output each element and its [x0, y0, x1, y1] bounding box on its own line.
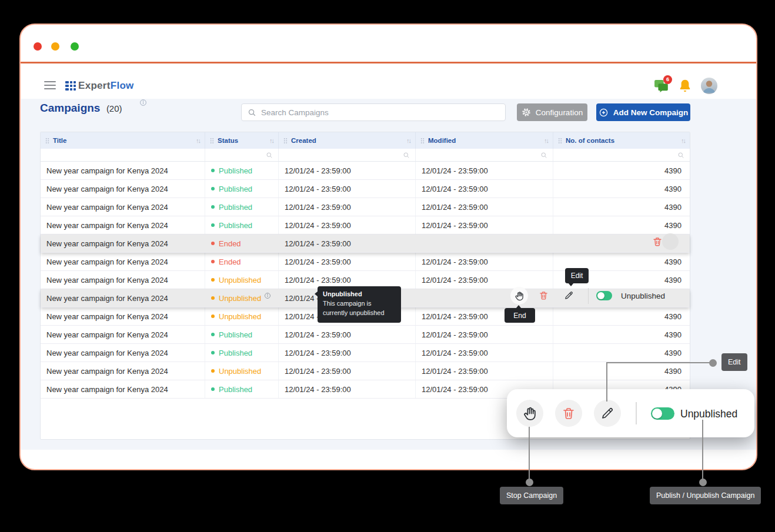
cell-modified: 12/01/24 - 23:59:00 — [415, 162, 553, 179]
hand-icon — [515, 291, 525, 301]
edit-connector-dot — [709, 359, 717, 367]
column-header-created[interactable]: Created ↑↓ — [278, 132, 415, 149]
delete-campaign-icon-button[interactable] — [555, 400, 582, 427]
cell-status: Ended — [205, 235, 278, 252]
cell-contacts: 4390 — [553, 216, 690, 234]
campaign-count: (20) — [106, 103, 122, 113]
table-row[interactable]: New year campaign for Kenya 2024 Ended 1… — [41, 253, 690, 271]
cell-modified: 12/01/24 - 23:59:00 — [415, 198, 553, 216]
avatar[interactable] — [701, 78, 717, 94]
table-row[interactable]: New year campaign for Kenya 2024 Publish… — [41, 216, 690, 235]
filter-created[interactable] — [278, 149, 415, 161]
messages-icon[interactable]: 6 — [653, 78, 669, 94]
column-header-contacts[interactable]: No. of contacts ↑↓ — [553, 132, 690, 149]
cell-title: New year campaign for Kenya 2024 — [41, 289, 205, 307]
table-row[interactable]: New year campaign for Kenya 2024 Ended 1… — [41, 235, 690, 253]
logo-grid-icon — [65, 81, 76, 91]
search-icon — [266, 152, 273, 159]
table-body: New year campaign for Kenya 2024 Publish… — [41, 162, 690, 399]
sort-icon[interactable]: ↑↓ — [681, 137, 685, 144]
table-row[interactable]: New year campaign for Kenya 2024 Unpubli… — [41, 362, 690, 380]
table-row[interactable]: New year campaign for Kenya 2024 Publish… — [41, 344, 690, 362]
filter-contacts[interactable] — [553, 149, 690, 161]
publish-connector-dot — [699, 479, 707, 486]
cell-contacts: 4390 — [553, 326, 690, 343]
filter-title[interactable] — [41, 149, 205, 161]
close-window-button[interactable] — [34, 42, 42, 51]
publish-toggle[interactable] — [651, 407, 674, 420]
status-label: Published — [219, 349, 252, 357]
sort-icon[interactable]: ↑↓ — [196, 137, 200, 144]
drag-handle-icon[interactable] — [558, 138, 562, 144]
maximize-window-button[interactable] — [71, 42, 79, 51]
search-icon — [403, 152, 410, 159]
edit-campaign-icon-button[interactable] — [594, 400, 621, 427]
minimize-window-button[interactable] — [51, 42, 59, 51]
cell-status: Unpublished — [205, 307, 278, 325]
cell-created: 12/01/24 - 23:59:00 — [278, 162, 415, 179]
publish-toggle[interactable] — [596, 291, 612, 300]
status-label: Published — [219, 203, 252, 212]
stop-campaign-icon-button[interactable] — [516, 400, 543, 427]
edit-pencil-icon[interactable] — [564, 290, 574, 300]
cell-contacts: 4390 — [553, 198, 690, 216]
status-dot — [211, 260, 215, 263]
status-dot — [211, 387, 215, 391]
menu-icon[interactable] — [44, 81, 56, 90]
table-row[interactable]: New year campaign for Kenya 2024 Publish… — [41, 162, 690, 180]
hover-highlight-circle[interactable] — [662, 233, 679, 250]
configuration-button[interactable]: Configuration — [517, 103, 587, 121]
drag-handle-icon[interactable] — [283, 138, 288, 144]
drag-handle-icon[interactable] — [210, 138, 214, 144]
column-header-modified[interactable]: Modified ↑↓ — [415, 132, 553, 149]
sort-icon[interactable]: ↑↓ — [269, 137, 273, 144]
cell-status: Published — [205, 380, 278, 398]
filter-status[interactable] — [205, 149, 278, 161]
sort-icon[interactable]: ↑↓ — [544, 137, 548, 144]
cell-created: 12/01/24 - 23:59:00 — [278, 235, 415, 252]
table-row[interactable]: New year campaign for Kenya 2024 Publish… — [41, 180, 690, 198]
status-dot — [211, 314, 215, 318]
cell-status: Published — [205, 216, 278, 234]
page-title-row: Campaigns (20) — [40, 102, 122, 115]
end-tooltip: End — [505, 308, 535, 323]
bell-icon[interactable] — [677, 78, 693, 93]
gear-icon — [522, 108, 531, 117]
table-row[interactable]: New year campaign for Kenya 2024 Publish… — [41, 198, 690, 216]
tooltip-arrow — [516, 305, 522, 309]
table-row[interactable]: New year campaign for Kenya 2024 Publish… — [41, 326, 690, 344]
cell-title: New year campaign for Kenya 2024 — [41, 344, 205, 362]
expertflow-logo: ExpertFlow — [65, 80, 134, 92]
column-label: Status — [218, 137, 238, 144]
stop-campaign-icon-button[interactable] — [510, 287, 528, 305]
column-header-title[interactable]: Title ↑↓ — [41, 132, 205, 149]
delete-icon — [562, 406, 576, 420]
cell-title: New year campaign for Kenya 2024 — [41, 362, 205, 380]
drag-handle-icon[interactable] — [420, 138, 425, 144]
cell-created: 12/01/24 - 23:59:00 — [278, 344, 415, 362]
status-info-icon[interactable] — [264, 292, 271, 299]
cell-status: Published — [205, 162, 278, 179]
titlebar-divider — [21, 62, 756, 63]
cell-modified: 12/01/24 - 23:59:00 — [415, 362, 553, 380]
cell-modified: 12/01/24 - 23:59:00 — [415, 326, 553, 343]
toggle-state-label: Unpublished — [680, 408, 737, 420]
status-dot — [211, 223, 215, 227]
table-filter-row — [41, 149, 690, 162]
tooltip-arrow — [315, 291, 318, 297]
actions-callout-panel: Unpublished — [507, 389, 754, 437]
drag-handle-icon[interactable] — [45, 138, 49, 144]
logo-text-flow: Flow — [111, 80, 134, 91]
column-header-status[interactable]: Status ↑↓ — [205, 132, 278, 149]
status-dot — [211, 278, 215, 282]
sort-icon[interactable]: ↑↓ — [406, 137, 410, 144]
search-input[interactable] — [261, 108, 499, 117]
delete-icon[interactable] — [539, 290, 549, 300]
cell-title: New year campaign for Kenya 2024 — [41, 235, 205, 252]
filter-modified[interactable] — [415, 149, 553, 161]
info-icon[interactable] — [139, 98, 147, 109]
delete-icon[interactable] — [652, 236, 663, 247]
status-label: Ended — [219, 239, 241, 248]
add-new-campaign-button[interactable]: Add New Compaign — [596, 103, 690, 121]
cell-status: Published — [205, 198, 278, 216]
